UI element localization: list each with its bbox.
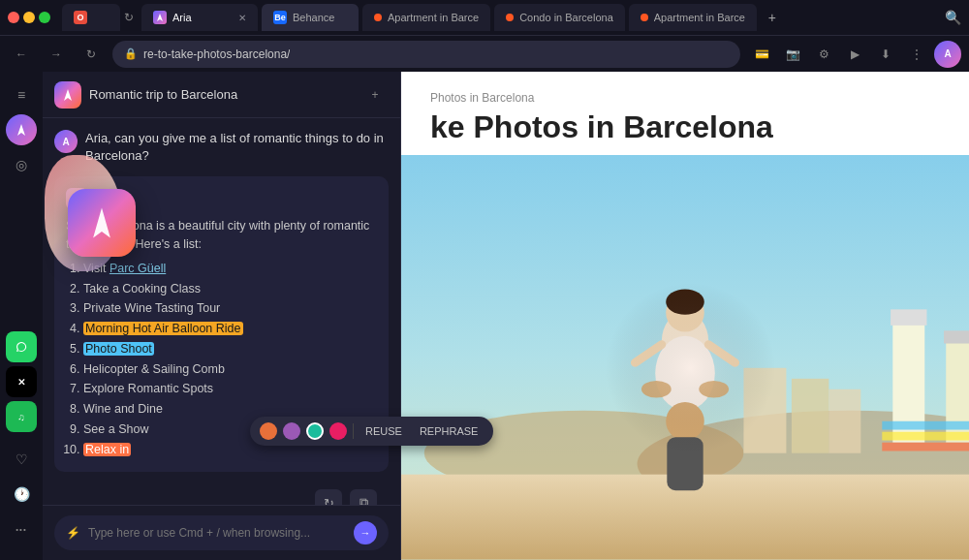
color-pink-dot[interactable] [329,422,347,440]
copy-response-button[interactable]: ⧉ [350,489,377,505]
back-button[interactable]: ← [8,41,35,68]
more-options-button[interactable]: ••• [6,513,37,544]
user-message: A Aria, can you give me a list of romant… [54,130,389,165]
web-image-area [401,155,969,560]
tab-opera[interactable]: O [62,4,120,31]
sidebar-aria-button[interactable] [6,114,37,145]
svg-rect-9 [882,421,969,430]
user-message-text: Aria, can you give me a list of romantic… [85,130,389,165]
apt1-tab-label: Apartment in Barce [388,12,479,23]
svg-rect-6 [891,310,926,326]
aria-panel: Romantic trip to Barcelona + A Aria, can… [43,72,401,560]
list-item: Take a Cooking Class [83,280,377,298]
apt1-status-dot [374,14,382,21]
aria-logo [54,81,81,109]
menu-dots-button[interactable]: ⋮ [903,41,930,68]
color-orange-dot[interactable] [260,422,277,440]
aria-add-button[interactable]: + [361,81,389,109]
web-content: Photos in Barcelona ke Photos in Barcelo… [401,72,969,560]
aria-send-button[interactable]: → [354,521,377,544]
web-header: Photos in Barcelona ke Photos in Barcelo… [401,72,969,155]
tab-apt2[interactable]: Apartment in Barce [629,4,757,31]
aria-action-buttons: ↻ ⧉ [54,483,389,505]
sidebar-location-button[interactable]: ◎ [6,149,37,180]
aria-header: Romantic trip to Barcelona + [43,72,400,118]
parc-guell-link[interactable]: Parc Güell [109,262,166,275]
highlight-photo-shoot: Photo Shoot [83,342,154,356]
highlight-relax: Relax in [83,443,131,456]
settings-button[interactable]: ⚙ [810,41,837,68]
behance-icon: Be [273,11,287,24]
reload-button[interactable]: ↻ [78,41,105,68]
heart-button[interactable]: ♡ [6,444,37,475]
condo-status-dot [506,14,514,21]
new-tab-button[interactable]: + [761,6,784,29]
tab-behance[interactable]: Be Behance [262,4,359,31]
minimize-window-btn[interactable] [23,12,35,23]
aria-overlay-icon[interactable] [68,189,136,257]
svg-rect-13 [792,379,828,453]
tab-bar: O ↻ Aria ✕ Be Behance Apartment in Barce… [0,0,969,35]
main-area: ≡ ◎ ✕ ♫ [0,72,969,560]
sidebar: ≡ ◎ ✕ ♫ [0,72,43,560]
svg-rect-8 [944,331,969,344]
refresh-response-button[interactable]: ↻ [315,489,342,505]
sidebar-menu-button[interactable]: ≡ [6,79,37,110]
svg-rect-11 [882,443,969,451]
aria-tab-close[interactable]: ✕ [238,13,246,23]
list-item: Morning Hot Air Balloon Ride [83,320,377,338]
color-teal-dot[interactable] [306,422,324,440]
aria-input-wrapper: ⚡ → [54,515,389,550]
profile-button[interactable]: A [934,41,961,68]
tab-search-icon[interactable]: 🔍 [945,10,961,25]
browser-window: O ↻ Aria ✕ Be Behance Apartment in Barce… [0,0,969,560]
maximize-window-btn[interactable] [39,12,50,23]
address-bar: ← → ↻ 🔒 re-to-take-photos-barcelona/ 💳 📷… [0,35,969,72]
spotify-icon: ♫ [17,412,25,422]
aria-input-icon: ⚡ [66,526,80,540]
tab-aria[interactable]: Aria ✕ [141,4,258,31]
download-button[interactable]: ⬇ [872,41,899,68]
svg-rect-25 [584,262,797,475]
couple-photo-svg [401,155,969,560]
history-button[interactable]: 🕐 [6,479,37,510]
aria-sidebar-icon [15,123,28,137]
forward-button[interactable]: → [43,41,70,68]
spotify-button[interactable]: ♫ [6,401,37,432]
opera-icon: O [74,11,87,24]
sidebar-bottom: ✕ ♫ ♡ 🕐 ••• [6,331,37,552]
rephrase-button[interactable]: REPHRASE [414,423,484,439]
camera-button[interactable]: 📷 [779,41,806,68]
browser-controls [8,12,50,23]
tab-apt1[interactable]: Apartment in Barce [362,4,490,31]
url-bar[interactable]: 🔒 re-to-take-photos-barcelona/ [112,41,740,68]
aria-header-buttons: + [361,81,389,109]
color-purple-dot[interactable] [283,422,300,440]
tab-condo[interactable]: Condo in Barcelona [494,4,625,31]
list-item: Helicopter & Sailing Comb [83,360,377,379]
reuse-button[interactable]: REUSE [359,423,408,439]
whatsapp-icon [14,339,29,355]
list-item: Explore Romantic Spots [83,380,377,398]
x-icon: ✕ [17,377,25,388]
svg-rect-14 [828,389,860,453]
profile-initial: A [944,48,951,59]
aria-tab-icon [153,11,167,24]
refresh-icon[interactable]: ↻ [124,11,134,24]
close-window-btn[interactable] [8,12,19,23]
web-page: Photos in Barcelona ke Photos in Barcelo… [401,72,969,560]
behance-tab-label: Behance [293,12,334,23]
whatsapp-button[interactable] [6,331,37,362]
color-toolbar: REUSE REPHRASE [250,417,493,446]
play-button[interactable]: ▶ [841,41,868,68]
aria-tab-label: Aria [172,12,192,23]
wallet-button[interactable]: 💳 [748,41,775,68]
aria-text-input[interactable] [88,526,346,540]
list-item: Private Wine Tasting Tour [83,299,377,318]
list-item: Photo Shoot [83,340,377,358]
highlight-balloon-ride: Morning Hot Air Balloon Ride [83,322,243,335]
list-item: Visit Parc Güell [83,260,377,278]
lock-icon: 🔒 [124,47,138,60]
aria-overlay-logo [82,203,121,242]
x-twitter-button[interactable]: ✕ [6,366,37,397]
